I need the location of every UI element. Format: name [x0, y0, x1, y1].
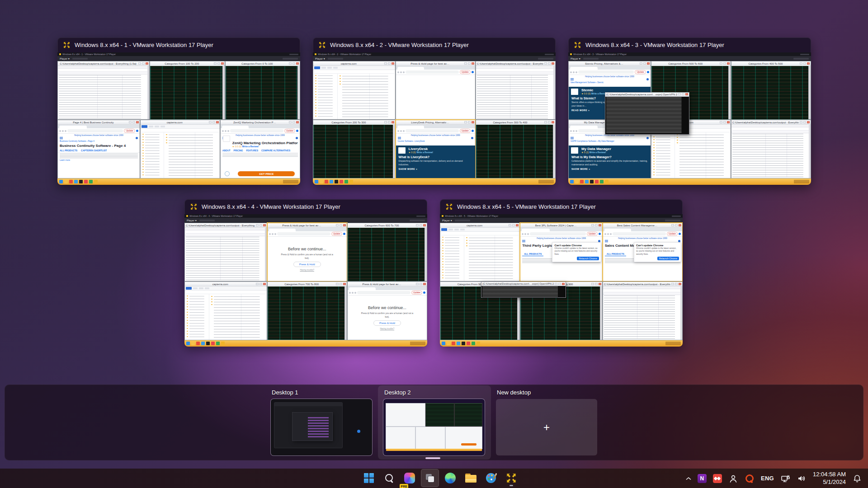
profile-avatar [679, 233, 681, 235]
mini-window-titlebar: C:\Users\alpha\Desktop\capterra.com\outp… [603, 282, 682, 286]
taskbar-clock[interactable]: 12:04:58 AM 5/1/2024 [810, 471, 849, 486]
capterra-header [569, 78, 651, 81]
thumbnail-titlebar: Windows 8.x x64 - 5 - VMware Workstation… [440, 199, 683, 214]
mini-window-title: Categories From 700 To 800 [269, 283, 335, 286]
thumbnail-title: Windows 8.x x64 - 2 - VMware Workstation… [330, 42, 469, 48]
paint-icon [486, 473, 496, 483]
edge-button[interactable] [441, 469, 459, 487]
mini-explorer-window: capterra.com [313, 61, 396, 120]
browser-tab-strip [348, 286, 427, 290]
mini-terminal-body [731, 66, 811, 119]
product-heading: ZenIQ Marketing Orchestration Platform [232, 141, 298, 145]
copilot-button[interactable]: PRE [401, 469, 419, 487]
mini-window-titlebar: capterra.com [185, 282, 267, 286]
mini-window-title: Best 3PL Software 2024 | Capte… [521, 224, 590, 227]
product-nav-link: COMPARE ALTERNATIVES [261, 149, 290, 152]
browser-toolbar: Update [221, 128, 300, 134]
language-label: ENG [761, 475, 774, 482]
mini-terminal-window: Categories From 0 To 100 [225, 61, 300, 120]
mini-window-title: Categories From 600 To 700 [349, 224, 415, 227]
popup-body: Chrome couldn't update to the latest ver… [636, 247, 679, 256]
mini-window-title: C:\Users\alpha\Desktop\capterra.com\outp… [59, 62, 137, 65]
edge-icon [445, 473, 456, 483]
everything-search-button[interactable] [741, 471, 758, 486]
taskbar: PRE [0, 469, 868, 488]
desktop-1-thumbnail[interactable] [271, 399, 372, 455]
window-thumbnail-vm5[interactable]: Windows 8.x x64 - 5 - VMware Workstation… [440, 199, 683, 347]
chrome-update-popup: Can't update Chrome Chrome couldn't upda… [634, 242, 681, 262]
desktop-2-thumbnail[interactable] [383, 399, 485, 455]
press-and-hold-button: Press & Hold [293, 262, 321, 267]
mini-window-titlebar: Page 4 | Best Business Continuity [58, 120, 140, 125]
window-thumbnail-vm3[interactable]: Windows 8.x x64 - 3 - VMware Workstation… [568, 38, 811, 185]
product-nav-link: FEATURES [246, 149, 258, 152]
window-thumbnail-vm2[interactable]: Windows 8.x x64 - 2 - VMware Workstation… [313, 38, 556, 185]
vmware-icon [63, 41, 71, 49]
account-icon [646, 137, 649, 139]
orange-search-icon [745, 474, 755, 483]
window-thumbnail-vm4[interactable]: Windows 8.x x64 - 4 - VMware Workstation… [184, 199, 427, 347]
mini-console-window: [C:\Users\alpha\Desktop\capterra.com\…ov… [605, 92, 690, 135]
mini-window-title: capterra.com [142, 121, 208, 124]
thumbnail-preview: Windows 8.x x64 - 2 - VMware Workstation… [313, 52, 556, 185]
language-switcher[interactable]: ENG [758, 471, 777, 486]
mini-terminal-window: Categories From 300 To 400 [476, 120, 556, 178]
captcha-text: Press & Hold to confirm you are a human … [279, 253, 335, 260]
capterra-header [221, 136, 300, 140]
notifications-button[interactable] [849, 471, 865, 486]
taskbar-tray: N ENG [683, 469, 865, 488]
mini-window-titlebar: Categories From 100 To 200 [150, 61, 224, 66]
vm-taskbar [568, 178, 811, 185]
captcha-panel: Before we continue... Press & Hold to co… [348, 296, 427, 340]
all-products-link: ALL PRODUCTS [605, 253, 626, 256]
network-button[interactable] [777, 471, 793, 486]
vm-desktop: C:\Users\alpha\Desktop\capterra.com\outp… [184, 223, 427, 340]
thumbnail-title: Windows 8.x x64 - 4 - VMware Workstation… [202, 203, 340, 210]
search-button[interactable] [380, 469, 398, 487]
address-bar [357, 291, 410, 294]
people-button[interactable] [725, 471, 741, 486]
desktop-1-accent-dot [357, 430, 360, 433]
mini-window-titlebar: C:\Users\alpha\Desktop\capterra.com\outp… [58, 61, 149, 66]
menu-icon [398, 137, 401, 139]
volume-icon [797, 474, 807, 483]
paint-button[interactable] [482, 469, 500, 487]
mini-window-title: Press & Hold page for best av… [349, 283, 415, 286]
volume-button[interactable] [793, 471, 810, 486]
thumbnail-preview: Windows 8.x x64 - 5 - VMware Workstation… [440, 214, 683, 347]
update-chip: Update [635, 70, 646, 74]
plus-icon: + [543, 422, 550, 433]
captcha-help-link: Having trouble? [300, 269, 314, 271]
red-diamond-app-button[interactable] [710, 471, 725, 486]
vmware-button[interactable] [502, 469, 520, 487]
browser-tab-strip [603, 228, 682, 231]
task-view-screen: Windows 8.x x64 - 1 - VMware Workstation… [0, 0, 868, 488]
mini-terminal-body [150, 66, 224, 119]
file-explorer-button[interactable] [462, 469, 480, 487]
onenote-tray-button[interactable]: N [694, 471, 710, 486]
mini-terminal-window: Categories From 600 To 700 [347, 223, 427, 282]
vm-window-titlebar: Windows 8.x x64 - 3 - VMware Workstation… [568, 52, 811, 56]
vmware-icon [318, 41, 326, 49]
new-desktop-label: New desktop [497, 389, 597, 396]
learn-more-link: Learn more [58, 159, 140, 161]
address-bar [230, 129, 283, 132]
product-description: Collaborative platform to automate and s… [571, 160, 648, 166]
task-view-button[interactable] [421, 469, 439, 487]
address-bar [613, 232, 666, 235]
product-nav-link: PRICING [234, 149, 243, 152]
mini-window-title: capterra.com [186, 283, 255, 286]
clock-time: 12:04:58 AM [813, 471, 846, 479]
browser-toolbar: Update [520, 231, 602, 237]
vm-window-titlebar: Windows 8.x x64 - 4 - VMware Workstation… [184, 214, 427, 218]
mini-browser-popup-window: Best 3PL Software 2024 | Capte… Update H… [520, 223, 603, 282]
d2-glow [409, 448, 459, 455]
mini-window-titlebar: capterra.com [313, 61, 395, 66]
window-thumbnail-vm1[interactable]: Windows 8.x x64 - 1 - VMware Workstation… [57, 38, 300, 185]
start-button[interactable] [360, 469, 378, 487]
hidden-icons-button[interactable] [683, 471, 694, 486]
new-desktop-button[interactable]: + [496, 399, 597, 455]
mini-window-titlebar: C:\Users\alpha\Desktop\capterra.com\outp… [731, 120, 811, 125]
captcha-help-link: Having trouble? [380, 328, 395, 330]
product-description: Dispatching software for transportation,… [399, 160, 472, 166]
